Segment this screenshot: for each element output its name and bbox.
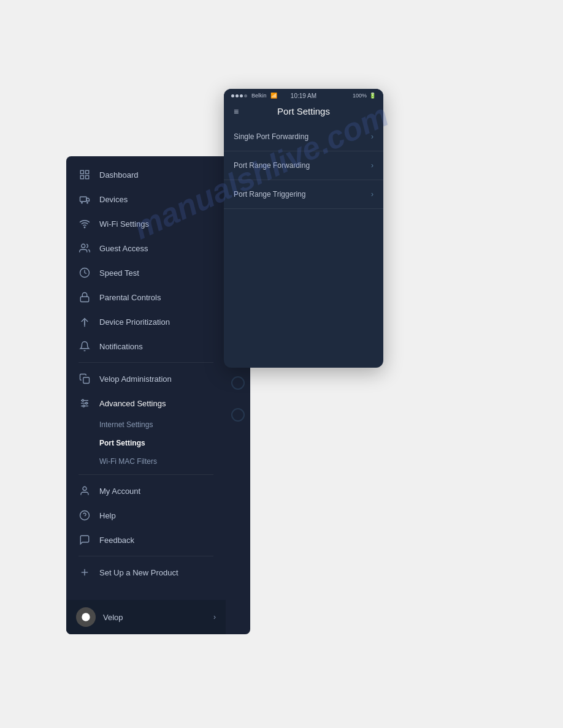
- phone-title: Port Settings: [277, 106, 330, 116]
- sidebar-item-add-product[interactable]: Set Up a New Product: [66, 560, 226, 585]
- admin-icon: [79, 373, 91, 385]
- velop-footer-label: Velop: [103, 613, 206, 622]
- status-left: Belkin 📶: [231, 93, 277, 99]
- sidebar-item-wifi[interactable]: Wi-Fi Settings: [66, 211, 226, 236]
- phone-content: Single Port Forwarding › Port Range Forw…: [224, 123, 383, 209]
- svg-point-17: [82, 400, 84, 401]
- account-label: My Account: [99, 487, 140, 496]
- sidebar-footer[interactable]: Velop ›: [66, 600, 226, 634]
- velop-avatar: [76, 607, 96, 627]
- sub-item-port[interactable]: Port Settings: [66, 434, 226, 452]
- single-port-chevron: ›: [371, 132, 373, 141]
- svg-rect-2: [80, 176, 83, 179]
- velop-admin-label: Velop Administration: [99, 374, 172, 384]
- sidebar-item-notifications[interactable]: Notifications: [66, 334, 226, 358]
- carrier-label: Belkin: [251, 93, 267, 99]
- battery-icon: 🔋: [369, 93, 376, 99]
- hamburger-icon[interactable]: ≡: [234, 107, 239, 116]
- svg-rect-3: [86, 176, 89, 179]
- add-icon: [79, 566, 91, 578]
- single-port-label: Single Port Forwarding: [234, 132, 308, 141]
- circle-offline-2: [231, 408, 245, 422]
- port-item-range-forward[interactable]: Port Range Forwarding ›: [224, 151, 383, 180]
- sub-item-mac[interactable]: Wi-Fi MAC Filters: [66, 452, 226, 471]
- devices-icon: [79, 193, 91, 205]
- bell-icon: [79, 340, 91, 352]
- add-product-label: Set Up a New Product: [99, 568, 178, 577]
- svg-point-20: [83, 487, 86, 490]
- status-right: 100% 🔋: [353, 93, 376, 99]
- help-label: Help: [99, 511, 116, 520]
- svg-rect-1: [86, 170, 89, 173]
- port-item-single[interactable]: Single Port Forwarding ›: [224, 123, 383, 151]
- sidebar-item-advanced[interactable]: Advanced Settings: [66, 391, 226, 415]
- battery-label: 100%: [353, 93, 367, 99]
- divider-3: [79, 556, 213, 556]
- velop-chevron-icon: ›: [213, 613, 216, 621]
- devices-label: Devices: [99, 195, 128, 204]
- priority-icon: [79, 316, 91, 328]
- feedback-label: Feedback: [99, 536, 134, 545]
- port-item-range-trigger[interactable]: Port Range Triggering ›: [224, 180, 383, 209]
- divider-2: [79, 474, 213, 475]
- parental-icon: [79, 291, 91, 303]
- signal-dot-2: [236, 94, 239, 97]
- help-icon: [79, 509, 91, 521]
- svg-point-7: [84, 227, 85, 228]
- range-forward-label: Port Range Forwarding: [234, 161, 310, 170]
- speed-label: Speed Test: [99, 268, 139, 278]
- range-forward-chevron: ›: [371, 161, 373, 170]
- guest-icon: [79, 242, 91, 254]
- svg-point-6: [87, 202, 88, 203]
- svg-rect-10: [80, 297, 89, 301]
- sub-item-internet[interactable]: Internet Settings: [66, 415, 226, 434]
- sidebar-item-account[interactable]: My Account: [66, 479, 226, 503]
- svg-rect-0: [80, 170, 83, 173]
- speed-icon: [79, 267, 91, 279]
- divider-1: [79, 362, 213, 363]
- feedback-icon: [79, 534, 91, 546]
- svg-point-5: [82, 202, 83, 203]
- svg-point-18: [86, 403, 88, 404]
- dashboard-label: Dashboard: [99, 170, 139, 180]
- account-icon: [79, 485, 91, 497]
- main-container: Dashboard Devices Wi-Fi Settings: [66, 156, 250, 634]
- guest-label: Guest Access: [99, 244, 148, 253]
- status-time: 10:19 AM: [291, 93, 316, 99]
- sidebar-item-feedback[interactable]: Feedback: [66, 528, 226, 552]
- svg-point-25: [82, 613, 90, 621]
- sidebar-item-devices[interactable]: Devices: [66, 187, 226, 211]
- sidebar-item-guest[interactable]: Guest Access: [66, 236, 226, 260]
- sidebar-item-parental[interactable]: Parental Controls: [66, 285, 226, 309]
- wifi-signal-icon: 📶: [270, 93, 277, 99]
- phone-mockup: Belkin 📶 10:19 AM 100% 🔋 ≡ Port Settings…: [224, 89, 383, 368]
- advanced-icon: [79, 397, 91, 409]
- sidebar-item-dashboard[interactable]: Dashboard: [66, 162, 226, 187]
- range-trigger-chevron: ›: [371, 190, 373, 199]
- dashboard-icon: [79, 169, 91, 181]
- svg-point-8: [82, 244, 85, 248]
- svg-rect-13: [83, 377, 90, 384]
- signal-dot-1: [231, 94, 234, 97]
- signal-dot-3: [240, 94, 243, 97]
- sidebar-item-speed[interactable]: Speed Test: [66, 260, 226, 285]
- sidebar-item-priority[interactable]: Device Prioritization: [66, 309, 226, 334]
- wifi-icon: [79, 218, 91, 230]
- sidebar-nav: Dashboard Devices Wi-Fi Settings: [66, 156, 226, 600]
- svg-rect-4: [80, 197, 87, 202]
- phone-status-bar: Belkin 📶 10:19 AM 100% 🔋: [224, 89, 383, 101]
- sidebar: Dashboard Devices Wi-Fi Settings: [66, 156, 226, 634]
- notifications-label: Notifications: [99, 342, 143, 351]
- phone-header: ≡ Port Settings: [224, 101, 383, 123]
- priority-label: Device Prioritization: [99, 317, 170, 327]
- sidebar-item-help[interactable]: Help: [66, 503, 226, 528]
- signal-dot-4: [244, 94, 247, 97]
- range-trigger-label: Port Range Triggering: [234, 190, 305, 199]
- svg-point-19: [83, 405, 85, 407]
- circle-offline-1: [231, 376, 245, 390]
- advanced-label: Advanced Settings: [99, 399, 166, 408]
- wifi-label: Wi-Fi Settings: [99, 219, 149, 229]
- svg-point-21: [80, 511, 90, 520]
- sidebar-item-velop-admin[interactable]: Velop Administration: [66, 366, 226, 391]
- parental-label: Parental Controls: [99, 293, 161, 302]
